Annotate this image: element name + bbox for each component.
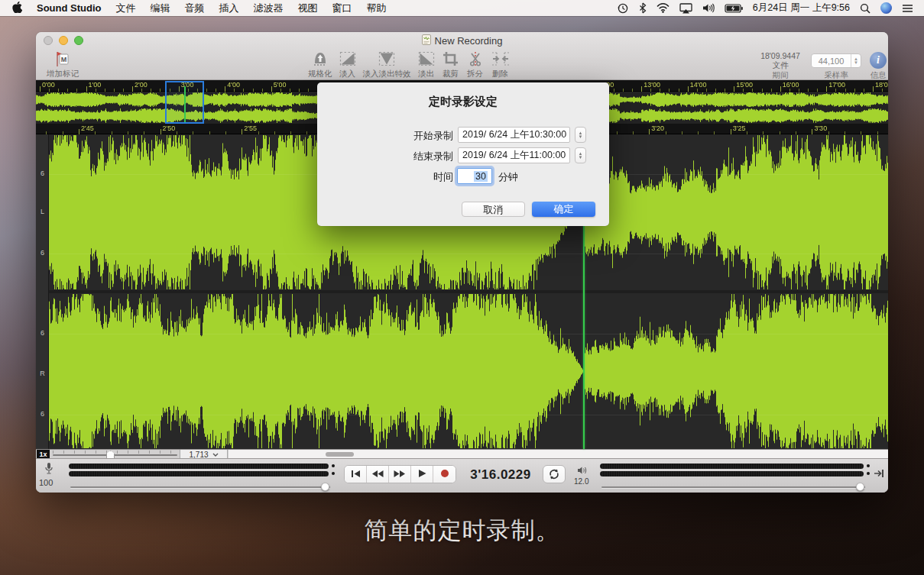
menu-clock[interactable]: 6月24日 周一 上午9:56 bbox=[753, 2, 850, 15]
tool-label: 淡入 bbox=[339, 69, 355, 79]
output-level-value: 12.0 bbox=[574, 477, 588, 486]
close-button[interactable] bbox=[44, 36, 53, 45]
minimize-button[interactable] bbox=[59, 36, 68, 45]
channel-divider bbox=[49, 290, 888, 293]
crop-button[interactable]: 裁剪 bbox=[442, 50, 460, 79]
rewind-icon bbox=[371, 467, 384, 481]
document-icon bbox=[422, 34, 431, 47]
menu-item[interactable]: 窗口 bbox=[332, 2, 352, 15]
db-gridline bbox=[49, 415, 888, 415]
ok-button[interactable]: 确定 bbox=[532, 202, 595, 217]
split-button[interactable]: 拆分 bbox=[466, 50, 485, 79]
db-gridline bbox=[49, 254, 888, 254]
loop-button[interactable] bbox=[543, 465, 566, 483]
airplay-icon[interactable] bbox=[679, 3, 692, 14]
bluetooth-icon[interactable] bbox=[639, 2, 647, 14]
tool-label: 删除 bbox=[492, 69, 508, 79]
rewind-button[interactable] bbox=[367, 466, 389, 483]
siri-icon[interactable] bbox=[880, 2, 892, 14]
skip-to-start-button[interactable] bbox=[345, 466, 367, 483]
stepper-icon: ▲▼ bbox=[851, 54, 861, 67]
fast-forward-button[interactable] bbox=[389, 466, 411, 483]
duration-display: 18'09.9447 文件 bbox=[749, 51, 812, 69]
output-peak-dot bbox=[867, 472, 870, 475]
input-volume-slider[interactable] bbox=[70, 486, 330, 488]
cancel-button[interactable]: 取消 bbox=[462, 202, 525, 217]
fade-out-button[interactable]: 淡出 bbox=[417, 50, 436, 79]
fade-in-icon bbox=[339, 50, 357, 68]
microphone-icon[interactable] bbox=[44, 462, 54, 479]
menu-item[interactable]: 文件 bbox=[115, 2, 135, 15]
sample-rate-label: 采样率 bbox=[811, 70, 861, 81]
svg-text:M: M bbox=[61, 56, 67, 63]
end-record-label: 结束录制 bbox=[384, 150, 453, 163]
end-record-stepper[interactable]: ▲▼ bbox=[575, 147, 586, 163]
apple-menu-icon[interactable] bbox=[12, 2, 22, 15]
crop-icon bbox=[442, 50, 460, 68]
start-record-stepper[interactable]: ▲▼ bbox=[575, 127, 586, 143]
output-volume-slider[interactable] bbox=[601, 486, 865, 488]
duration-label: 期间 bbox=[749, 70, 812, 81]
add-marker-icon: M bbox=[53, 50, 72, 68]
overview-selection-box[interactable] bbox=[165, 81, 204, 124]
fade-in-out-button[interactable]: 淡入淡出特效 bbox=[363, 50, 411, 79]
sample-rate-value: 44,100 bbox=[812, 57, 851, 66]
delete-button[interactable]: 删除 bbox=[491, 50, 511, 79]
info-label: 信息 bbox=[864, 70, 888, 81]
menu-item[interactable]: 插入 bbox=[219, 2, 238, 15]
tool-label: 拆分 bbox=[467, 69, 483, 79]
info-button[interactable]: i bbox=[870, 52, 887, 69]
end-record-field[interactable]: 2019/ 6/24 上午11:00:00 bbox=[458, 147, 570, 163]
add-marker-label: 增加标记 bbox=[47, 69, 79, 79]
menu-item[interactable]: 帮助 bbox=[366, 2, 386, 15]
wifi-icon[interactable] bbox=[657, 3, 669, 13]
fade-in-out-icon bbox=[378, 50, 396, 68]
menu-item[interactable]: 音频 bbox=[184, 2, 204, 15]
tool-label: 裁剪 bbox=[443, 69, 459, 79]
input-meter-right bbox=[69, 471, 329, 476]
volume-icon[interactable] bbox=[702, 3, 715, 13]
sample-rate-select[interactable]: 44,100 ▲▼ bbox=[811, 53, 861, 68]
go-to-end-icon[interactable] bbox=[874, 468, 884, 482]
menu-item[interactable]: 滤波器 bbox=[253, 2, 283, 15]
db-gridline bbox=[49, 334, 888, 334]
fade-out-icon bbox=[417, 50, 436, 68]
db-label: 6 bbox=[36, 410, 49, 418]
zoom-scroll-bar: 1x 1,713 bbox=[36, 449, 888, 458]
duration-minutes-field[interactable]: 30 bbox=[457, 168, 492, 184]
transport-bar: 100 3'16.0229 12.0 bbox=[36, 458, 888, 493]
normalize-button[interactable]: 规格化 bbox=[308, 50, 332, 79]
zoom-slider-ticks bbox=[53, 451, 177, 454]
speaker-icon[interactable] bbox=[577, 464, 587, 478]
chevron-down-icon bbox=[212, 453, 219, 457]
tool-label: 淡入淡出特效 bbox=[363, 69, 411, 79]
input-level-value: 100 bbox=[39, 478, 53, 487]
tool-label: 规格化 bbox=[308, 69, 332, 79]
loop-icon bbox=[548, 468, 560, 480]
delete-icon bbox=[491, 50, 511, 68]
notification-center-icon[interactable] bbox=[902, 4, 913, 13]
fade-in-button[interactable]: 淡入 bbox=[339, 50, 357, 79]
add-marker-button[interactable]: M 增加标记 bbox=[47, 50, 79, 79]
menu-item[interactable]: 编辑 bbox=[150, 2, 170, 15]
waveform-right-channel[interactable] bbox=[49, 293, 888, 449]
menu-app-name[interactable]: Sound Studio bbox=[37, 2, 101, 14]
spotlight-icon[interactable] bbox=[860, 3, 871, 14]
zoom-button[interactable] bbox=[74, 36, 83, 45]
input-volume-knob[interactable] bbox=[321, 483, 329, 491]
title-bar[interactable]: New Recording bbox=[36, 32, 888, 49]
menu-item[interactable]: 视图 bbox=[297, 2, 317, 15]
duration-minutes-label: 时间 bbox=[384, 170, 453, 184]
start-record-field[interactable]: 2019/ 6/24 上午10:30:00 bbox=[458, 127, 570, 143]
time-machine-icon[interactable] bbox=[617, 2, 629, 15]
record-button[interactable] bbox=[433, 466, 456, 483]
tool-label: 淡出 bbox=[418, 69, 434, 79]
split-icon bbox=[466, 50, 485, 68]
play-button[interactable] bbox=[411, 466, 433, 483]
output-volume-knob[interactable] bbox=[856, 483, 864, 491]
scrollbar-thumb[interactable] bbox=[326, 452, 354, 457]
battery-charging-icon[interactable] bbox=[725, 4, 743, 13]
start-record-value: 2019/ 6/24 上午10:30:00 bbox=[462, 128, 566, 141]
timed-recording-dialog: 定时录影设定 开始录制 2019/ 6/24 上午10:30:00 ▲▼ 结束录… bbox=[317, 82, 609, 226]
duration-sub: 文件 bbox=[749, 60, 812, 69]
